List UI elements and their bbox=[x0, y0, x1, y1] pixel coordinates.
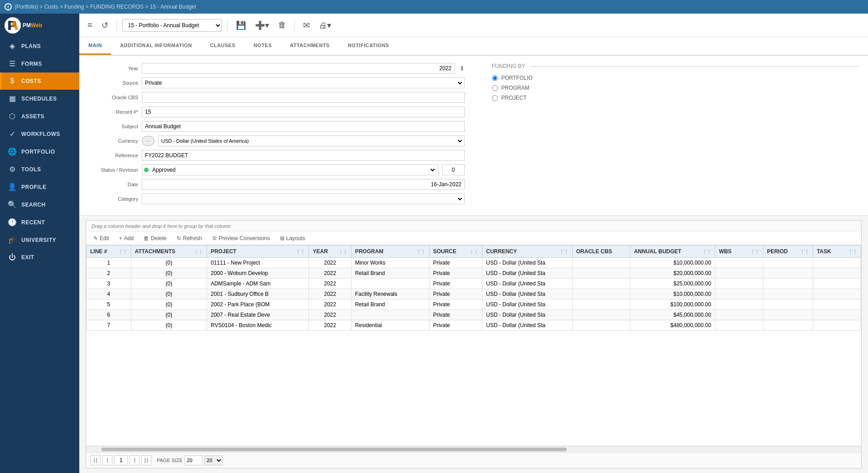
tab-clauses[interactable]: CLAUSES bbox=[201, 37, 245, 55]
category-select[interactable] bbox=[143, 195, 463, 203]
sidebar-item-search[interactable]: 🔍 SEARCH bbox=[0, 196, 79, 213]
subject-input[interactable] bbox=[142, 121, 465, 132]
sort-icon: ⋮⋮ bbox=[800, 249, 809, 254]
col-line[interactable]: LINE # ⋮⋮ bbox=[87, 246, 131, 258]
search-icon: 🔍 bbox=[8, 200, 17, 209]
horizontal-scrollbar[interactable] bbox=[86, 446, 861, 452]
page-size-select[interactable]: 20 50 100 bbox=[204, 455, 223, 465]
col-year[interactable]: YEAR ⋮⋮ bbox=[309, 246, 351, 258]
sidebar-item-exit[interactable]: ⏻ EXIT bbox=[0, 249, 79, 266]
tab-attachments[interactable]: ATTACHMENTS bbox=[281, 37, 339, 55]
col-period[interactable]: PERIOD ⋮⋮ bbox=[763, 246, 813, 258]
col-annual-budget[interactable]: ANNUAL BUDGET ⋮⋮ bbox=[630, 246, 715, 258]
radio-program[interactable]: PROGRAM bbox=[492, 85, 859, 91]
year-spinner[interactable]: ⬍ bbox=[459, 65, 465, 72]
source-select-wrapper[interactable]: Private Public bbox=[142, 77, 465, 88]
grid-add-button[interactable]: + Add bbox=[116, 234, 137, 243]
col-currency[interactable]: CURRENCY ⋮⋮ bbox=[482, 246, 573, 258]
sidebar-item-assets[interactable]: ⬡ ASSETS bbox=[0, 107, 79, 125]
page-size-input[interactable] bbox=[184, 455, 203, 465]
add-button[interactable]: ➕▾ bbox=[252, 19, 272, 32]
page-next-button[interactable]: ⟩ bbox=[130, 455, 140, 465]
reference-input[interactable] bbox=[142, 150, 465, 161]
sidebar-item-recent[interactable]: 🕐 RECENT bbox=[0, 213, 79, 231]
refresh-button[interactable]: ↻ Refresh bbox=[173, 234, 206, 243]
radio-project-input[interactable] bbox=[492, 95, 498, 101]
sidebar-item-costs[interactable]: $ COSTS bbox=[0, 72, 79, 90]
sidebar-item-forms[interactable]: ☰ FORMS bbox=[0, 55, 79, 72]
col-program[interactable]: PROGRAM ⋮⋮ bbox=[351, 246, 429, 258]
currency-row: Currency ··· USD - Dollar (United States… bbox=[88, 135, 465, 146]
tab-main[interactable]: MAIN bbox=[79, 37, 111, 55]
category-label: Category bbox=[88, 196, 138, 202]
table-row[interactable]: 1(0)01111 - New Project2022Minor WorksPr… bbox=[87, 258, 861, 268]
refresh-icon: ↻ bbox=[177, 235, 181, 241]
col-wbs[interactable]: WBS ⋮⋮ bbox=[715, 246, 763, 258]
sidebar-item-schedules[interactable]: ▦ SCHEDULES bbox=[0, 90, 79, 107]
radio-portfolio[interactable]: PORTFOLIO bbox=[492, 75, 859, 81]
oracle-cbs-input[interactable] bbox=[142, 92, 465, 103]
col-oracle-cbs[interactable]: ORACLE CBS bbox=[572, 246, 630, 258]
info-icon[interactable]: i bbox=[5, 3, 12, 10]
tab-notifications[interactable]: NOTIFICATIONS bbox=[339, 37, 398, 55]
category-select-wrapper[interactable] bbox=[142, 193, 465, 204]
assets-icon: ⬡ bbox=[8, 112, 17, 121]
table-row[interactable]: 7(0)RVS0104 - Boston Medic2022Residentia… bbox=[87, 320, 861, 331]
page-prev-button[interactable]: ⟨ bbox=[102, 455, 112, 465]
col-project[interactable]: PROJECT ⋮⋮ bbox=[207, 246, 309, 258]
record-input[interactable] bbox=[142, 106, 465, 117]
sort-icon: ⋮⋮ bbox=[559, 249, 569, 254]
delete-button[interactable]: 🗑 bbox=[275, 19, 289, 32]
undo-button[interactable]: ↺ bbox=[99, 19, 111, 32]
status-select-wrapper[interactable]: Approved Pending Draft bbox=[142, 164, 439, 175]
grid-table-wrapper[interactable]: LINE # ⋮⋮ ATTACHMENTS ⋮⋮ bbox=[86, 245, 861, 446]
layouts-button[interactable]: ⊞ Layouts bbox=[276, 234, 309, 243]
save-button[interactable]: 💾 bbox=[233, 19, 249, 32]
sidebar-item-portfolio[interactable]: 🌐 PORTFOLIO bbox=[0, 143, 79, 160]
preview-icon: ⑤ bbox=[212, 235, 217, 241]
funding-by-title: FUNDING BY bbox=[492, 63, 859, 69]
grid-delete-button[interactable]: 🗑 Delete bbox=[140, 234, 170, 243]
oracle-cbs-row: Oracle CBS bbox=[88, 92, 465, 103]
hamburger-button[interactable]: ≡ bbox=[85, 19, 95, 32]
col-source[interactable]: SOURCE ⋮⋮ bbox=[429, 246, 482, 258]
record-selector[interactable]: 15 - Portfolio - Annual Budget bbox=[122, 19, 222, 32]
col-task[interactable]: TASK ⋮⋮ bbox=[813, 246, 861, 258]
page-last-button[interactable]: ⟩⟩ bbox=[141, 455, 151, 465]
source-select[interactable]: Private Public bbox=[143, 79, 463, 87]
radio-group: PORTFOLIO PROGRAM PROJECT bbox=[492, 75, 859, 101]
preview-conversions-button[interactable]: ⑤ Preview Conversions bbox=[208, 234, 274, 243]
edit-button[interactable]: ✎ Edit bbox=[90, 234, 113, 243]
print-button[interactable]: 🖨▾ bbox=[316, 19, 334, 32]
toolbar: ≡ ↺ 15 - Portfolio - Annual Budget 💾 ➕▾ … bbox=[79, 14, 868, 37]
table-row[interactable]: 3(0)ADMSample - ADM Sam2022PrivateUSD - … bbox=[87, 279, 861, 289]
table-row[interactable]: 4(0)2001 - Sudbury Office B2022Facility … bbox=[87, 289, 861, 299]
radio-program-input[interactable] bbox=[492, 85, 498, 91]
radio-project[interactable]: PROJECT bbox=[492, 95, 859, 101]
table-row[interactable]: 5(0)2002 - Park Place (BOM2022Retail Bra… bbox=[87, 299, 861, 310]
currency-extra-button[interactable]: ··· bbox=[142, 136, 154, 146]
date-input[interactable] bbox=[142, 179, 465, 190]
tab-additional[interactable]: ADDITIONAL INFORMATION bbox=[111, 37, 201, 55]
email-button[interactable]: ✉ bbox=[300, 19, 313, 32]
sidebar-item-label: SCHEDULES bbox=[21, 96, 57, 102]
sidebar-item-profile[interactable]: 👤 PROFILE bbox=[0, 178, 79, 196]
sidebar-item-workflows[interactable]: ✓ WORKFLOWS bbox=[0, 125, 79, 143]
table-row[interactable]: 2(0)2000 - Woburn Develop2022Retail Bran… bbox=[87, 268, 861, 279]
radio-portfolio-input[interactable] bbox=[492, 75, 498, 81]
currency-select-wrapper[interactable]: USD - Dollar (United States of America) bbox=[158, 135, 465, 146]
revision-input[interactable] bbox=[442, 164, 465, 175]
scrollbar-thumb[interactable] bbox=[101, 448, 567, 451]
status-select[interactable]: Approved Pending Draft bbox=[149, 165, 436, 175]
sidebar-item-tools[interactable]: ⚙ TOOLS bbox=[0, 160, 79, 178]
col-attachments[interactable]: ATTACHMENTS ⋮⋮ bbox=[131, 246, 207, 258]
tab-notes[interactable]: NOTES bbox=[245, 37, 281, 55]
table-row[interactable]: 6(0)2007 - Real Estate Deve2022PrivateUS… bbox=[87, 310, 861, 320]
page-number-input[interactable] bbox=[114, 455, 128, 465]
page-first-button[interactable]: ⟨⟨ bbox=[91, 455, 101, 465]
currency-select[interactable]: USD - Dollar (United States of America) bbox=[159, 138, 463, 144]
category-row: Category bbox=[88, 193, 465, 204]
year-input[interactable] bbox=[142, 63, 455, 74]
sidebar-item-university[interactable]: 🎓 UNIVERSITY bbox=[0, 231, 79, 249]
sidebar-item-plans[interactable]: ◈ PLANS bbox=[0, 37, 79, 55]
